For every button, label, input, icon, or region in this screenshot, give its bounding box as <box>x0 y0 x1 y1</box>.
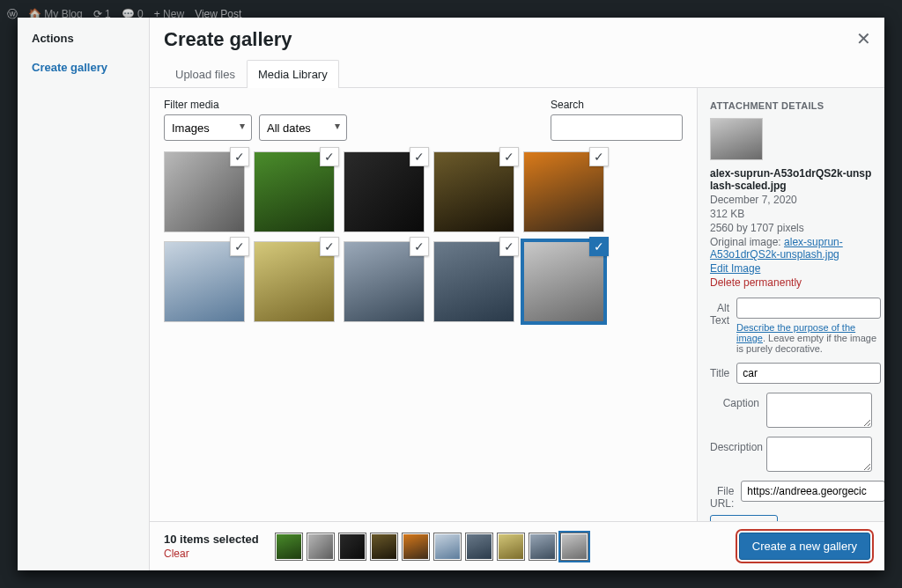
attachment-details: ATTACHMENT DETAILS alex-suprun-A53o1drQS… <box>698 88 884 521</box>
attachment-thumb[interactable]: ✓ <box>523 241 604 322</box>
check-icon[interactable]: ✓ <box>589 147 609 166</box>
attachment-details-heading: ATTACHMENT DETAILS <box>710 100 872 111</box>
search-label: Search <box>551 99 683 111</box>
filter-type-select[interactable]: Images <box>164 114 252 141</box>
check-icon[interactable]: ✓ <box>499 147 519 166</box>
fileurl-label: File URL: <box>710 481 734 510</box>
check-icon[interactable]: ✓ <box>410 237 429 256</box>
tab-media-library[interactable]: Media Library <box>247 60 339 88</box>
attachment-thumb[interactable]: ✓ <box>254 241 335 322</box>
selection-thumb[interactable] <box>433 533 462 561</box>
edit-image-link[interactable]: Edit Image <box>710 262 760 275</box>
filter-media-label: Filter media <box>164 99 347 111</box>
attachment-thumb[interactable]: ✓ <box>164 151 245 232</box>
wp-logo-icon[interactable]: ⓦ <box>7 7 18 22</box>
original-image-label: Original image: <box>710 236 781 248</box>
alt-text-label: Alt Text <box>710 298 729 327</box>
title-label: Title <box>710 363 729 379</box>
delete-permanently-link[interactable]: Delete permanently <box>710 276 872 289</box>
filter-date-select[interactable]: All dates <box>259 114 347 141</box>
attachment-date: December 7, 2020 <box>710 194 872 206</box>
create-gallery-button[interactable]: Create a new gallery <box>739 533 870 560</box>
selection-thumb[interactable] <box>307 533 335 561</box>
attachment-thumb[interactable]: ✓ <box>523 151 604 232</box>
selection-thumbs <box>275 533 588 561</box>
modal-footer: 10 items selected Clear Create a new gal… <box>150 521 884 570</box>
title-input[interactable] <box>736 363 881 384</box>
attachment-thumb[interactable]: ✓ <box>433 241 514 322</box>
selection-thumb[interactable] <box>560 533 588 561</box>
selection-thumb[interactable] <box>402 533 430 561</box>
copy-url-button[interactable]: Copy URL <box>710 515 778 521</box>
caption-label: Caption <box>710 393 759 409</box>
attachment-thumb[interactable]: ✓ <box>344 151 425 232</box>
check-icon[interactable]: ✓ <box>320 147 339 166</box>
alt-text-input[interactable] <box>736 298 881 319</box>
attachment-dimensions: 2560 by 1707 pixels <box>710 222 872 234</box>
fileurl-input[interactable] <box>741 481 884 502</box>
attachment-filename: alex-suprun-A53o1drQS2k-unsplash-scaled.… <box>710 167 872 192</box>
caption-textarea[interactable] <box>766 393 872 428</box>
media-modal: Actions Create gallery Create gallery ✕ … <box>18 18 884 570</box>
selection-thumb[interactable] <box>338 533 366 561</box>
attachment-thumb[interactable]: ✓ <box>433 151 514 232</box>
check-icon[interactable]: ✓ <box>410 147 429 166</box>
check-icon[interactable]: ✓ <box>499 237 519 256</box>
attachment-preview <box>710 118 763 160</box>
clear-selection-link[interactable]: Clear <box>164 548 259 560</box>
search-input[interactable] <box>551 114 683 141</box>
check-icon[interactable]: ✓ <box>230 237 249 256</box>
selection-thumb[interactable] <box>465 533 493 561</box>
sidebar-item-create-gallery[interactable]: Create gallery <box>18 54 149 81</box>
selection-thumb[interactable] <box>370 533 398 561</box>
attachment-thumb[interactable]: ✓ <box>344 241 425 322</box>
modal-title: Create gallery <box>164 28 870 51</box>
wp-admin-sidebar <box>0 28 16 588</box>
attachment-thumb[interactable]: ✓ <box>164 241 245 322</box>
selection-count: 10 items selected <box>164 533 259 546</box>
modal-header: Create gallery ✕ <box>150 18 884 51</box>
description-label: Description <box>710 437 759 453</box>
modal-sidebar: Actions Create gallery <box>18 18 150 570</box>
check-icon[interactable]: ✓ <box>320 237 339 256</box>
actions-heading: Actions <box>18 32 149 54</box>
media-browser: Filter media Images All dates <box>150 88 698 521</box>
tab-upload-files[interactable]: Upload files <box>164 60 247 88</box>
attachments-grid: ✓ ✓ ✓ ✓ ✓ ✓ ✓ ✓ ✓ ✓ <box>164 151 683 322</box>
attachment-filesize: 312 KB <box>710 208 872 220</box>
media-tabs: Upload files Media Library <box>150 51 884 88</box>
close-icon[interactable]: ✕ <box>853 28 874 49</box>
selection-thumb[interactable] <box>497 533 525 561</box>
attachment-thumb[interactable]: ✓ <box>254 151 335 232</box>
selection-thumb[interactable] <box>529 533 557 561</box>
description-textarea[interactable] <box>766 437 872 472</box>
selection-thumb[interactable] <box>275 533 303 561</box>
alt-text-hint: Describe the purpose of the image. Leave… <box>736 322 881 354</box>
check-icon[interactable]: ✓ <box>230 147 249 166</box>
check-icon[interactable]: ✓ <box>589 237 609 256</box>
